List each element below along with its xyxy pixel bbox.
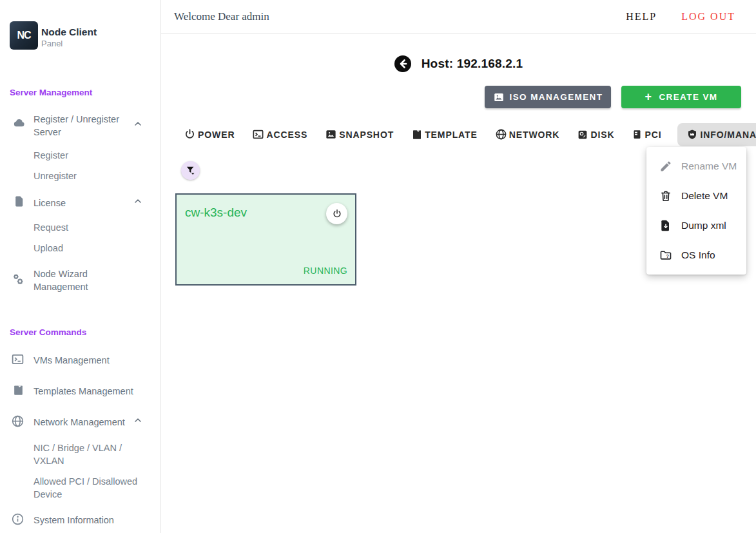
tab-network[interactable]: NETWORK [494, 122, 561, 146]
back-button[interactable] [394, 55, 411, 72]
edit-icon [659, 160, 672, 173]
sidebar-item-templates-management[interactable]: Templates Management [34, 385, 135, 398]
app-title: Node Client [41, 26, 97, 38]
disk-icon [577, 129, 588, 141]
menu-item-os-info[interactable]: ? OS Info [646, 240, 746, 270]
vm-name: cw-k3s-dev [185, 206, 247, 220]
image-icon [493, 92, 505, 103]
host-row: Host: 192.168.2.1 [161, 55, 756, 72]
power-icon [332, 209, 342, 219]
info-icon [11, 512, 24, 526]
iso-management-label: ISO MANAGEMENT [510, 92, 603, 102]
chevron-up-icon[interactable] [133, 196, 143, 206]
sidebar-item-request[interactable]: Request [34, 222, 68, 233]
chevron-up-icon[interactable] [133, 415, 143, 425]
tab-info-manage-label: INFO/MANAGE [700, 130, 756, 140]
menu-item-delete-vm[interactable]: Delete VM [646, 181, 746, 211]
tab-pci[interactable]: PCI [630, 122, 663, 146]
sidebar-item-allowed-pci-disallowed-device[interactable]: Allowed PCI / Disallowed Device [34, 475, 142, 501]
app-logo-text: NC [17, 30, 30, 41]
folder-question-icon: ? [659, 249, 672, 262]
document-icon [14, 195, 26, 208]
plus-icon: + [645, 90, 652, 104]
tab-access-label: ACCESS [266, 130, 307, 140]
info-manage-menu: Rename VM Delete VM Dump xml ? OS Info [646, 147, 746, 275]
tab-snapshot[interactable]: SNAPSHOT [324, 122, 395, 146]
gears-icon [10, 271, 26, 287]
svg-text:?: ? [666, 254, 669, 259]
vm-status-badge: RUNNING [304, 266, 347, 276]
tab-access[interactable]: ACCESS [251, 122, 309, 146]
sidebar-item-register-unregister-server[interactable]: Register / Unregister Server [34, 113, 135, 139]
vm-tab-bar: POWER ACCESS SNAPSHOT TEMPLATE NETWORK D… [182, 122, 756, 146]
menu-item-rename-vm-label: Rename VM [681, 160, 737, 172]
tab-info-manage[interactable]: INFO/MANAGE [677, 123, 756, 146]
sidebar-item-register[interactable]: Register [34, 150, 68, 160]
app-subtitle: Panel [41, 39, 63, 48]
vm-card[interactable]: cw-k3s-dev RUNNING [175, 193, 356, 286]
filter-icon [185, 165, 196, 176]
menu-item-dump-xml-label: Dump xml [681, 220, 726, 231]
tab-pci-label: PCI [645, 130, 661, 140]
filter-button[interactable] [181, 161, 200, 180]
host-title: Host: 192.168.2.1 [422, 57, 523, 71]
tab-power-label: POWER [198, 130, 235, 140]
pci-icon [632, 128, 643, 141]
sidebar-item-unregister[interactable]: Unregister [34, 171, 77, 181]
file-download-icon [659, 219, 672, 232]
template-icon [12, 383, 24, 397]
topbar: Welcome Dear admin HELP LOG OUT [161, 0, 756, 34]
logout-link[interactable]: LOG OUT [681, 11, 735, 23]
template-icon [411, 129, 423, 141]
section-heading-server-management: Server Management [10, 88, 92, 97]
menu-item-rename-vm[interactable]: Rename VM [646, 151, 746, 181]
sidebar: NC Node Client Panel Server Management R… [0, 0, 161, 533]
sidebar-item-node-wizard-management[interactable]: Node Wizard Management [34, 267, 135, 293]
globe-icon [495, 128, 507, 141]
image-icon [325, 128, 337, 141]
create-vm-button[interactable]: + CREATE VM [621, 86, 741, 108]
tab-network-label: NETWORK [509, 130, 560, 140]
cloud-icon [12, 117, 26, 130]
section-heading-server-commands: Server Commands [10, 327, 86, 337]
iso-management-button[interactable]: ISO MANAGEMENT [485, 86, 611, 108]
chevron-up-icon[interactable] [133, 119, 143, 129]
power-icon [184, 128, 196, 141]
create-vm-label: CREATE VM [659, 92, 717, 102]
terminal-icon [252, 128, 264, 141]
terminal-icon [11, 353, 24, 366]
tab-snapshot-label: SNAPSHOT [339, 130, 394, 140]
shield-icon [686, 129, 698, 141]
menu-item-dump-xml[interactable]: Dump xml [646, 211, 746, 240]
welcome-message: Welcome Dear admin [174, 10, 269, 23]
tab-disk[interactable]: DISK [576, 123, 615, 146]
tab-template[interactable]: TEMPLATE [410, 123, 479, 146]
sidebar-item-license[interactable]: License [34, 197, 135, 209]
sidebar-item-vms-management[interactable]: VMs Management [34, 354, 135, 367]
sidebar-item-system-information[interactable]: System Information [34, 514, 135, 527]
globe-icon [11, 414, 24, 428]
trash-icon [659, 189, 672, 202]
sidebar-item-upload[interactable]: Upload [34, 243, 63, 253]
menu-item-os-info-label: OS Info [681, 249, 715, 261]
app-logo: NC [10, 21, 38, 50]
sidebar-item-nic-bridge-vlan-vxlan[interactable]: NIC / Bridge / VLAN / VXLAN [34, 441, 142, 467]
sidebar-item-network-management[interactable]: Network Management [34, 416, 135, 429]
menu-item-delete-vm-label: Delete VM [681, 190, 728, 202]
action-row: ISO MANAGEMENT + CREATE VM [161, 86, 756, 108]
tab-disk-label: DISK [590, 130, 614, 140]
tab-power[interactable]: POWER [182, 122, 236, 146]
tab-template-label: TEMPLATE [425, 130, 478, 140]
vm-power-button[interactable] [326, 203, 347, 224]
help-link[interactable]: HELP [626, 11, 657, 23]
